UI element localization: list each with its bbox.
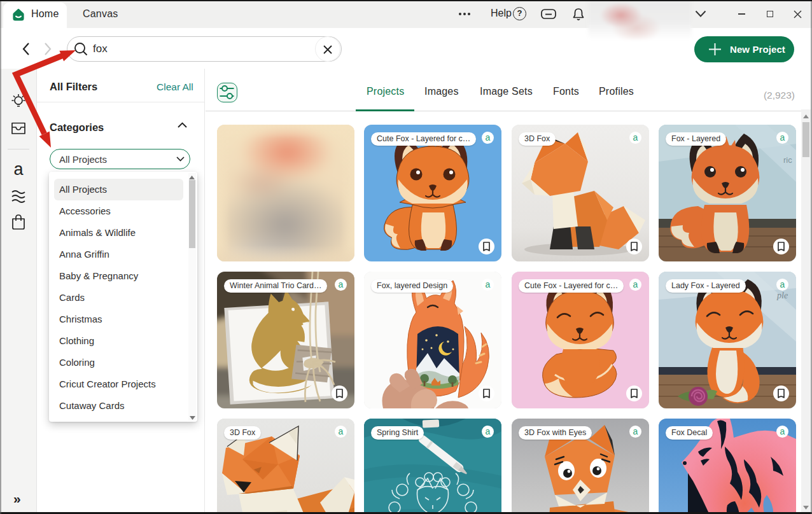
svg-text:ple: ple	[776, 291, 788, 300]
svg-text:ric: ric	[783, 155, 792, 165]
